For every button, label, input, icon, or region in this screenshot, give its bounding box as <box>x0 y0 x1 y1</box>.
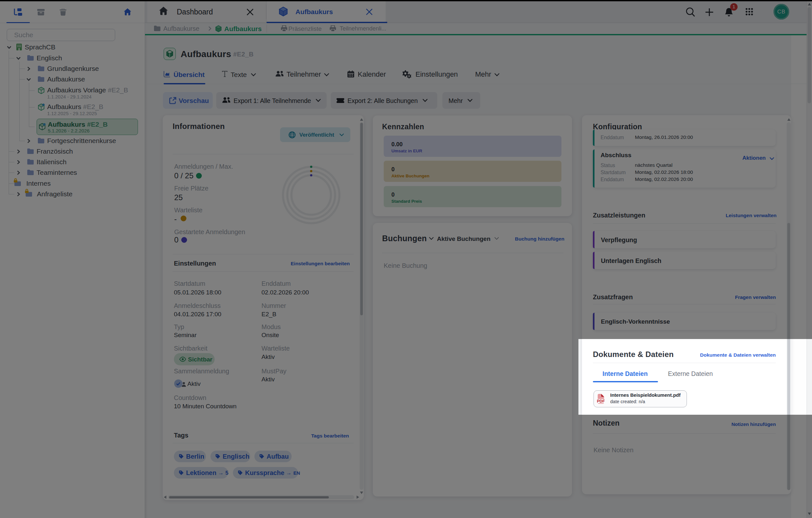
svg-text:PDF: PDF <box>597 399 605 403</box>
